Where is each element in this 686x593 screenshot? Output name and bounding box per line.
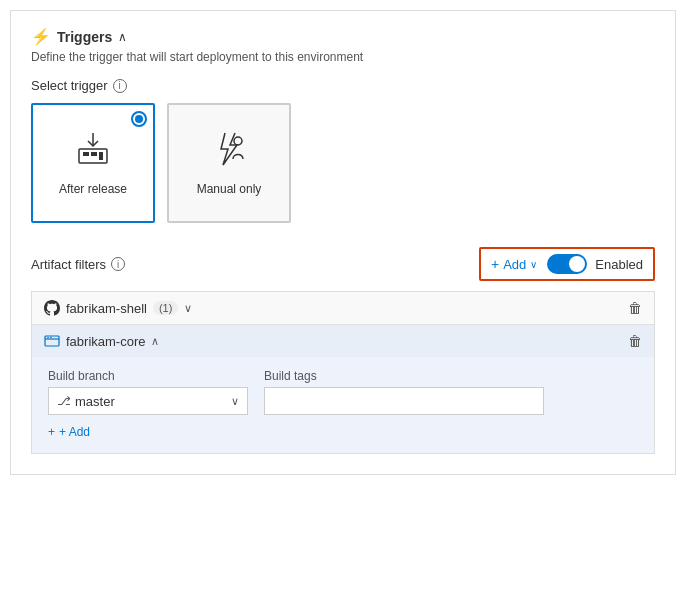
- trigger-card-after-release[interactable]: After release: [31, 103, 155, 223]
- svg-point-8: [47, 337, 49, 339]
- svg-rect-2: [91, 152, 97, 156]
- add-artifact-filter-button[interactable]: + Add ∨: [491, 256, 537, 272]
- triggers-panel: ⚡ Triggers ∧ Define the trigger that wil…: [10, 10, 676, 475]
- branch-dropdown-icon[interactable]: ∨: [231, 395, 239, 408]
- artifact-row-fabrikam-shell: fabrikam-shell (1) ∨ 🗑: [32, 292, 654, 325]
- artifact-name-core: fabrikam-core: [66, 334, 145, 349]
- artifact-fields: Build branch ⎇ master ∨ Build tags: [48, 369, 638, 415]
- artifact-row-left-shell: fabrikam-shell (1) ∨: [44, 300, 192, 316]
- artifact-row-left-core: fabrikam-core ∧: [44, 333, 159, 349]
- svg-rect-6: [45, 336, 59, 346]
- after-release-icon: [75, 131, 111, 174]
- add-small-plus-icon: +: [48, 425, 55, 439]
- branch-icon: ⎇: [57, 394, 71, 408]
- collapse-chevron-icon[interactable]: ∧: [118, 30, 127, 44]
- add-label: Add: [503, 257, 526, 272]
- add-plus-icon: +: [491, 256, 499, 272]
- artifact-filters-label: Artifact filters: [31, 257, 106, 272]
- manual-only-label: Manual only: [197, 182, 262, 196]
- add-chevron-icon: ∨: [530, 259, 537, 270]
- svg-rect-1: [83, 152, 89, 156]
- section-subtitle: Define the trigger that will start deplo…: [31, 50, 655, 64]
- add-branch-tag-button[interactable]: + + Add: [48, 425, 90, 439]
- toggle-label: Enabled: [595, 257, 643, 272]
- core-collapse-chevron-icon[interactable]: ∧: [151, 335, 159, 348]
- toggle-thumb: [569, 256, 585, 272]
- section-header: ⚡ Triggers ∧: [31, 27, 655, 46]
- build-branch-input[interactable]: ⎇ master ∨: [48, 387, 248, 415]
- artifact-badge-shell: (1): [153, 301, 178, 315]
- trigger-card-manual-only[interactable]: Manual only: [167, 103, 291, 223]
- build-branch-label: Build branch: [48, 369, 248, 383]
- delete-core-icon[interactable]: 🗑: [628, 333, 642, 349]
- artifact-filter-toggle[interactable]: [547, 254, 587, 274]
- after-release-label: After release: [59, 182, 127, 196]
- shell-expand-chevron-icon[interactable]: ∨: [184, 302, 192, 315]
- radio-after-release: [131, 111, 147, 127]
- artifact-filters-info-icon[interactable]: i: [111, 257, 125, 271]
- build-branch-field: Build branch ⎇ master ∨: [48, 369, 248, 415]
- select-trigger-info-icon[interactable]: i: [113, 79, 127, 93]
- section-title: Triggers: [57, 29, 112, 45]
- select-trigger-text: Select trigger: [31, 78, 108, 93]
- build-tags-input[interactable]: [264, 387, 544, 415]
- delete-shell-icon[interactable]: 🗑: [628, 300, 642, 316]
- artifact-detail-core: Build branch ⎇ master ∨ Build tags + + A: [32, 357, 654, 453]
- svg-point-9: [50, 337, 52, 339]
- trigger-cards-container: After release Manual only: [31, 103, 655, 223]
- svg-rect-3: [99, 152, 103, 160]
- artifact-filters-left: Artifact filters i: [31, 257, 125, 272]
- build-tags-label: Build tags: [264, 369, 544, 383]
- artifact-name-shell: fabrikam-shell: [66, 301, 147, 316]
- trigger-header-icon: ⚡: [31, 27, 51, 46]
- artifact-filters-right-actions: + Add ∨ Enabled: [479, 247, 655, 281]
- svg-point-5: [234, 137, 242, 145]
- build-icon: [44, 333, 60, 349]
- build-tags-field: Build tags: [264, 369, 544, 415]
- add-small-label: + Add: [59, 425, 90, 439]
- radio-inner: [135, 115, 143, 123]
- toggle-container: Enabled: [547, 254, 643, 274]
- branch-value: master: [75, 394, 227, 409]
- select-trigger-label: Select trigger i: [31, 78, 655, 93]
- artifact-row-fabrikam-core: fabrikam-core ∧ 🗑: [32, 325, 654, 357]
- github-icon: [44, 300, 60, 316]
- artifact-filters-header: Artifact filters i + Add ∨ Enabled: [31, 247, 655, 281]
- artifact-list: fabrikam-shell (1) ∨ 🗑 fabrikam-core: [31, 291, 655, 454]
- manual-only-icon: [211, 131, 247, 174]
